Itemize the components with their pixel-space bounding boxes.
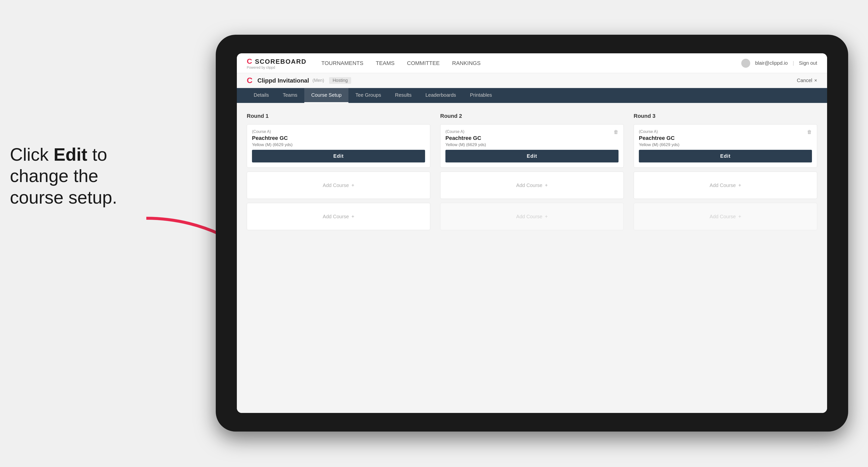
round-1-add-course-1[interactable]: Add Course + (247, 172, 430, 199)
tab-course-setup[interactable]: Course Setup (304, 88, 348, 103)
tablet-device: C SCOREBOARD Powered by clippd TOURNAMEN… (216, 35, 848, 432)
round-3-course-card: (Course A) Peachtree GC Yellow (M) (6629… (633, 124, 817, 168)
nav-links: TOURNAMENTS TEAMS COMMITTEE RANKINGS (321, 58, 741, 68)
logo-area: C SCOREBOARD Powered by clippd (247, 57, 307, 69)
tab-printables[interactable]: Printables (463, 88, 499, 103)
round-2-course-name: Peachtree GC (445, 135, 619, 142)
round-3-course-name: Peachtree GC (639, 135, 812, 142)
round-3-delete-icon[interactable]: 🗑 (806, 128, 813, 135)
round-3-course-label: (Course A) (639, 129, 812, 134)
tournament-title: Clippd Invitational (257, 77, 309, 84)
tab-tee-groups[interactable]: Tee Groups (348, 88, 388, 103)
round-2-delete-icon[interactable]: 🗑 (613, 128, 620, 135)
round-2-label: Round 2 (440, 113, 624, 119)
round-1-course-name: Peachtree GC (252, 135, 425, 142)
tab-details[interactable]: Details (247, 88, 276, 103)
logo-c-letter: C (247, 57, 253, 65)
top-navigation: C SCOREBOARD Powered by clippd TOURNAMEN… (237, 53, 827, 73)
round-3-add-course-2: Add Course + (633, 203, 817, 230)
round-1-course-label: (Course A) (252, 129, 425, 134)
tablet-screen: C SCOREBOARD Powered by clippd TOURNAMEN… (237, 53, 827, 413)
tab-results[interactable]: Results (388, 88, 418, 103)
round-1-course-details: Yellow (M) (6629 yds) (252, 142, 425, 147)
sub-header-logo: C (247, 76, 252, 85)
round-2-column: Round 2 (Course A) Peachtree GC Yellow (… (440, 113, 624, 234)
round-1-course-card: (Course A) Peachtree GC Yellow (M) (6629… (247, 124, 430, 168)
cancel-button[interactable]: Cancel × (797, 77, 817, 83)
nav-teams[interactable]: TEAMS (376, 58, 395, 68)
nav-rankings[interactable]: RANKINGS (452, 58, 480, 68)
nav-right: blair@clippd.io | Sign out (741, 59, 817, 68)
sign-out-link[interactable]: Sign out (799, 60, 817, 66)
round-2-add-course-1[interactable]: Add Course + (440, 172, 624, 199)
main-content: Round 1 (Course A) Peachtree GC Yellow (… (237, 103, 827, 413)
nav-committee[interactable]: COMMITTEE (407, 58, 440, 68)
hosting-badge: Hosting (329, 77, 351, 84)
round-3-course-details: Yellow (M) (6629 yds) (639, 142, 812, 147)
annotation-text: Click Edit to change the course setup. (10, 144, 154, 208)
round-2-course-label: (Course A) (445, 129, 619, 134)
round-1-add-course-2[interactable]: Add Course + (247, 203, 430, 230)
round-2-edit-button[interactable]: Edit (445, 150, 619, 162)
round-3-edit-button[interactable]: Edit (639, 150, 812, 162)
nav-tournaments[interactable]: TOURNAMENTS (321, 58, 364, 68)
tab-teams[interactable]: Teams (276, 88, 304, 103)
tab-leaderboards[interactable]: Leaderboards (418, 88, 463, 103)
user-avatar (741, 59, 750, 68)
tournament-badge: (Men) (312, 78, 324, 83)
round-3-label: Round 3 (633, 113, 817, 119)
user-email: blair@clippd.io (755, 60, 788, 66)
round-1-column: Round 1 (Course A) Peachtree GC Yellow (… (247, 113, 430, 234)
round-2-course-details: Yellow (M) (6629 yds) (445, 142, 619, 147)
round-2-add-course-2: Add Course + (440, 203, 624, 230)
logo-subtext: Powered by clippd (247, 65, 307, 69)
round-2-course-card: (Course A) Peachtree GC Yellow (M) (6629… (440, 124, 624, 168)
round-3-add-course-1[interactable]: Add Course + (633, 172, 817, 199)
rounds-grid: Round 1 (Course A) Peachtree GC Yellow (… (247, 113, 817, 234)
round-1-edit-button[interactable]: Edit (252, 150, 425, 162)
round-3-column: Round 3 (Course A) Peachtree GC Yellow (… (633, 113, 817, 234)
logo-scoreboard: C SCOREBOARD (247, 57, 307, 65)
tabs-bar: Details Teams Course Setup Tee Groups Re… (237, 88, 827, 103)
pipe-separator: | (793, 60, 794, 66)
round-1-label: Round 1 (247, 113, 430, 119)
sub-header: C Clippd Invitational (Men) Hosting Canc… (237, 73, 827, 88)
